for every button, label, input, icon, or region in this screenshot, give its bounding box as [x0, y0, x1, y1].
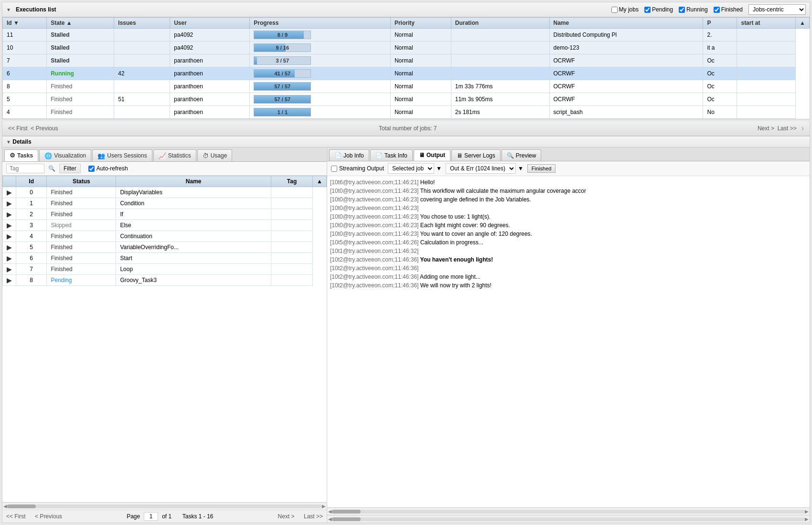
task-arrow-cell[interactable]: ▶: [3, 242, 16, 253]
task-expand-arrow[interactable]: ▶: [7, 265, 12, 273]
task-arrow-cell[interactable]: ▶: [3, 209, 16, 220]
last-btn[interactable]: Last >>: [778, 125, 797, 132]
table-row[interactable]: 11 Stalled pa4092 8 / 9 Normal Distribut…: [3, 29, 810, 42]
task-page-input[interactable]: [144, 512, 158, 521]
task-col-scroll[interactable]: ▲: [313, 176, 327, 187]
col-state[interactable]: State ▲: [47, 18, 114, 29]
scroll-left-arrow[interactable]: ◀: [3, 504, 7, 509]
col-start[interactable]: start at: [737, 18, 796, 29]
job-selector[interactable]: Selected job: [388, 163, 434, 174]
running-checkbox[interactable]: [679, 7, 685, 13]
task-row[interactable]: ▶ 1 Finished Condition: [3, 198, 327, 209]
task-expand-arrow[interactable]: ▶: [7, 243, 12, 251]
task-arrow-cell[interactable]: ▶: [3, 187, 16, 198]
tab-users-sessions[interactable]: 👥 Users Sessions: [92, 149, 152, 161]
col-scroll-up[interactable]: ▲: [796, 18, 810, 29]
task-expand-arrow[interactable]: ▶: [7, 276, 12, 284]
tab-usage[interactable]: ⏱ Usage: [197, 149, 233, 161]
tab-statistics[interactable]: 📈 Statistics: [153, 149, 196, 161]
task-arrow-cell[interactable]: ▶: [3, 220, 16, 231]
task-prev-btn[interactable]: < Previous: [35, 513, 62, 520]
tab-server-logs[interactable]: 🖥 Server Logs: [451, 149, 501, 161]
output-scroll-right[interactable]: ▶: [805, 509, 809, 514]
autorefresh-checkbox[interactable]: [88, 166, 95, 172]
tag-input[interactable]: [6, 164, 44, 173]
task-row[interactable]: ▶ 8 Pending Groovy_Task3: [3, 275, 327, 286]
tab-tasks[interactable]: ⚙ Tasks: [4, 149, 38, 161]
task-col-name[interactable]: Name: [116, 176, 271, 187]
task-expand-arrow[interactable]: ▶: [7, 200, 12, 207]
col-duration[interactable]: Duration: [451, 18, 549, 29]
task-table-scroll[interactable]: Id Status Name Tag ▲ ▶ 0 Finished Displa…: [2, 176, 327, 502]
output-content[interactable]: [10t6@try.activeeon.com;11:46:21] Hello!…: [327, 176, 810, 507]
right-hscroll-thumb[interactable]: [332, 517, 361, 521]
table-row[interactable]: 5 Finished 51 paranthoen 57 / 57 Normal …: [3, 93, 810, 106]
finished-filter[interactable]: Finished: [714, 6, 743, 13]
col-name[interactable]: Name: [549, 18, 703, 29]
output-hscroll-track[interactable]: [332, 510, 805, 514]
right-bottom-scroll[interactable]: ◀ ▶: [327, 515, 810, 523]
finished-checkbox[interactable]: [714, 7, 720, 13]
task-arrow-cell[interactable]: ▶: [3, 231, 16, 242]
task-arrow-cell[interactable]: ▶: [3, 275, 16, 286]
right-scroll-left[interactable]: ◀: [328, 516, 332, 522]
tab-output[interactable]: 🖥 Output: [414, 149, 450, 161]
collapse-right-arrow[interactable]: ›: [801, 124, 804, 133]
table-row[interactable]: 4 Finished paranthoen 1 / 1 Normal 2s 18…: [3, 106, 810, 119]
task-hscrollbar[interactable]: ◀ ▶: [2, 502, 327, 510]
streaming-control[interactable]: Streaming Output: [331, 165, 384, 172]
streaming-checkbox[interactable]: [331, 166, 337, 172]
job-selector-arrow[interactable]: ▼: [436, 165, 442, 172]
table-row[interactable]: 8 Finished paranthoen 57 / 57 Normal 1m …: [3, 80, 810, 93]
tab-task-info[interactable]: 📄 Task Info: [370, 149, 413, 161]
task-col-tag[interactable]: Tag: [271, 176, 312, 187]
pending-filter[interactable]: Pending: [644, 6, 673, 13]
task-expand-arrow[interactable]: ▶: [7, 189, 12, 196]
filter-button[interactable]: Filter: [59, 164, 81, 173]
col-issues[interactable]: Issues: [114, 18, 170, 29]
right-hscroll-track[interactable]: [332, 517, 805, 521]
my-jobs-filter[interactable]: My jobs: [611, 6, 639, 13]
task-last-btn[interactable]: Last >>: [304, 513, 323, 520]
right-scroll-right[interactable]: ▶: [805, 516, 809, 522]
output-hscrollbar[interactable]: ◀ ▶: [327, 507, 810, 515]
output-scroll-left[interactable]: ◀: [328, 509, 332, 514]
col-id[interactable]: Id ▼: [3, 18, 47, 29]
task-first-btn[interactable]: << First: [6, 513, 26, 520]
task-expand-arrow[interactable]: ▶: [7, 254, 12, 262]
next-btn[interactable]: Next >: [758, 125, 774, 132]
expand-icon[interactable]: ▼: [6, 7, 11, 12]
task-row[interactable]: ▶ 4 Finished Continuation: [3, 231, 327, 242]
scroll-right-arrow[interactable]: ▶: [322, 504, 326, 509]
output-type-arrow[interactable]: ▼: [518, 165, 524, 172]
output-hscroll-thumb[interactable]: [332, 510, 361, 514]
output-type-selector[interactable]: Out & Err (1024 lines): [446, 163, 516, 174]
col-p[interactable]: P: [703, 18, 737, 29]
table-row[interactable]: 10 Stalled pa4092 9 / 16 Normal demo-123…: [3, 42, 810, 54]
task-arrow-cell[interactable]: ▶: [3, 264, 16, 275]
running-filter[interactable]: Running: [679, 6, 708, 13]
task-row[interactable]: ▶ 2 Finished If: [3, 209, 327, 220]
task-expand-arrow[interactable]: ▶: [7, 210, 12, 218]
task-arrow-cell[interactable]: ▶: [3, 198, 16, 209]
task-row[interactable]: ▶ 6 Finished Start: [3, 253, 327, 264]
tab-visualization[interactable]: 🌐 Visualization: [39, 149, 91, 161]
task-row[interactable]: ▶ 0 Finished DisplayVariables: [3, 187, 327, 198]
hscroll-thumb[interactable]: [7, 504, 36, 508]
tab-preview[interactable]: 🔍 Preview: [502, 149, 542, 161]
col-user[interactable]: User: [170, 18, 250, 29]
table-row[interactable]: 7 Stalled paranthoen 3 / 57 Normal OCRWF…: [3, 54, 810, 67]
col-priority[interactable]: Priority: [390, 18, 451, 29]
hscroll-track[interactable]: [7, 504, 322, 508]
my-jobs-checkbox[interactable]: [611, 7, 618, 13]
task-expand-arrow[interactable]: ▶: [7, 221, 12, 229]
task-row[interactable]: ▶ 3 Skipped Else: [3, 220, 327, 231]
details-expand-icon[interactable]: ▼: [6, 139, 11, 145]
task-next-btn[interactable]: Next >: [278, 513, 295, 520]
col-progress[interactable]: Progress: [250, 18, 391, 29]
task-col-status[interactable]: Status: [47, 176, 116, 187]
task-expand-arrow[interactable]: ▶: [7, 232, 12, 240]
pending-checkbox[interactable]: [644, 7, 651, 13]
first-btn[interactable]: << First: [8, 125, 28, 132]
tab-job-info[interactable]: 📄 Job Info: [329, 149, 369, 161]
